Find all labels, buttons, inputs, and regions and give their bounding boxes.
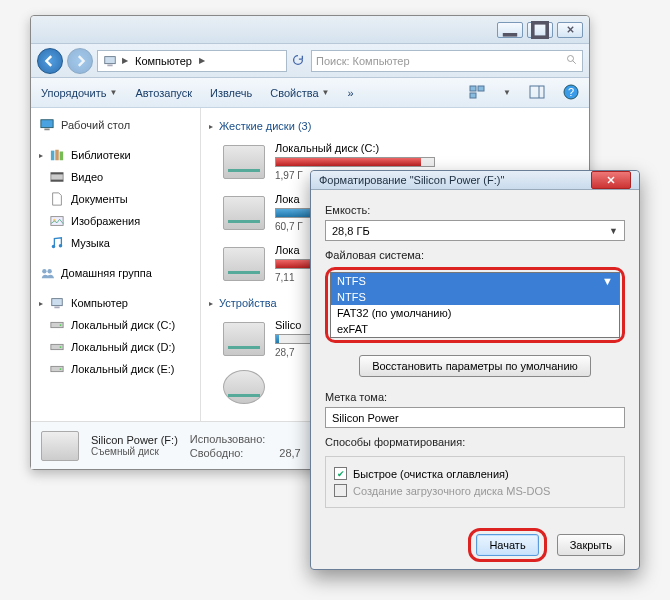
pictures-icon	[49, 213, 65, 229]
sidebar-item-libraries[interactable]: ▸ Библиотеки	[33, 144, 198, 166]
svg-point-6	[568, 55, 574, 61]
computer-icon	[102, 53, 118, 69]
svg-rect-17	[51, 151, 55, 161]
svg-rect-4	[105, 56, 116, 63]
volume-label-value: Silicon Power	[332, 412, 399, 424]
homegroup-icon	[39, 265, 55, 281]
address-bar[interactable]: ▶ Компьютер ▶	[97, 50, 287, 72]
back-button[interactable]	[37, 48, 63, 74]
maximize-button[interactable]	[527, 22, 553, 38]
music-icon	[49, 235, 65, 251]
restore-defaults-button[interactable]: Восстановить параметры по умолчанию	[359, 355, 591, 377]
svg-point-32	[60, 324, 62, 326]
search-icon	[566, 54, 578, 68]
format-dialog: Форматирование "Silicon Power (F:)" Емко…	[310, 170, 640, 570]
search-input[interactable]: Поиск: Компьютер	[311, 50, 583, 72]
sidebar-item-drive-e[interactable]: Локальный диск (E:)	[33, 358, 198, 380]
sidebar-item-videos[interactable]: Видео	[33, 166, 198, 188]
nav-bar: ▶ Компьютер ▶ Поиск: Компьютер	[31, 44, 589, 78]
capacity-value: 28,8 ГБ	[332, 225, 370, 237]
capacity-select[interactable]: 28,8 ГБ ▼	[325, 220, 625, 241]
usb-drive-icon	[223, 322, 265, 356]
sidebar-item-homegroup[interactable]: Домашняя группа	[33, 262, 198, 284]
svg-rect-30	[54, 307, 59, 309]
breadcrumb-item[interactable]: Компьютер	[132, 55, 195, 67]
drive-icon	[49, 361, 65, 377]
properties-button[interactable]: Свойства ▼	[270, 87, 329, 99]
filesystem-option[interactable]: NTFS	[331, 289, 619, 305]
annotation-highlight: NTFS ▼ NTFS FAT32 (по умолчанию) exFAT	[325, 267, 625, 343]
svg-rect-22	[51, 180, 63, 182]
start-button[interactable]: Начать	[476, 534, 538, 556]
volume-label-label: Метка тома:	[325, 391, 625, 403]
preview-pane-icon[interactable]	[529, 84, 545, 102]
more-button[interactable]: »	[347, 87, 353, 99]
search-placeholder: Поиск: Компьютер	[316, 55, 410, 67]
libraries-icon	[49, 147, 65, 163]
filesystem-label: Файловая система:	[325, 249, 625, 261]
chevron-down-icon: ▼	[609, 226, 618, 236]
drive-icon	[49, 339, 65, 355]
dialog-footer: Начать Закрыть	[311, 518, 639, 572]
refresh-icon[interactable]	[291, 53, 307, 69]
sidebar-item-documents[interactable]: Документы	[33, 188, 198, 210]
help-icon[interactable]: ?	[563, 84, 579, 102]
sidebar-item-pictures[interactable]: Изображения	[33, 210, 198, 232]
sidebar-item-desktop[interactable]: Рабочий стол	[33, 114, 198, 136]
drive-icon	[223, 247, 265, 281]
close-button[interactable]: Закрыть	[557, 534, 625, 556]
forward-button[interactable]	[67, 48, 93, 74]
section-header-hdd[interactable]: ▸Жесткие диски (3)	[209, 120, 581, 132]
document-icon	[49, 191, 65, 207]
dialog-title: Форматирование "Silicon Power (F:)"	[319, 174, 504, 186]
svg-rect-5	[107, 64, 112, 66]
svg-rect-29	[52, 299, 63, 306]
optical-drive-icon	[223, 370, 265, 404]
free-value: 28,7	[279, 447, 300, 459]
command-bar: Упорядочить ▼ Автозапуск Извлечь Свойств…	[31, 78, 589, 108]
svg-point-25	[52, 245, 56, 249]
svg-point-28	[47, 269, 51, 273]
organize-button[interactable]: Упорядочить ▼	[41, 87, 117, 99]
close-button[interactable]	[557, 22, 583, 38]
svg-rect-8	[470, 86, 476, 91]
msdos-boot-checkbox: Создание загрузочного диска MS-DOS	[334, 482, 616, 499]
used-label: Использовано:	[190, 433, 266, 445]
svg-rect-18	[55, 150, 59, 161]
svg-rect-1	[533, 22, 547, 36]
chevron-right-icon: ▶	[122, 56, 128, 65]
sidebar-item-computer[interactable]: ▸ Компьютер	[33, 292, 198, 314]
filesystem-option[interactable]: FAT32 (по умолчанию)	[331, 305, 619, 321]
svg-rect-9	[478, 86, 484, 91]
chevron-right-icon: ▶	[199, 56, 205, 65]
svg-rect-15	[41, 120, 53, 128]
nav-pane: Рабочий стол ▸ Библиотеки Видео Документ…	[31, 108, 201, 421]
filesystem-dropdown: NTFS FAT32 (по умолчанию) exFAT	[330, 289, 620, 338]
svg-line-7	[573, 60, 576, 63]
svg-text:?: ?	[568, 86, 574, 98]
view-icon[interactable]	[469, 84, 485, 102]
quick-format-checkbox[interactable]: ✔ Быстрое (очистка оглавления)	[334, 465, 616, 482]
svg-point-26	[59, 244, 63, 248]
filesystem-option[interactable]: exFAT	[331, 321, 619, 337]
capacity-label: Емкость:	[325, 204, 625, 216]
sidebar-item-drive-d[interactable]: Локальный диск (D:)	[33, 336, 198, 358]
filesystem-select[interactable]: NTFS ▼	[330, 272, 620, 289]
dialog-titlebar: Форматирование "Silicon Power (F:)"	[311, 171, 639, 190]
checkbox-icon	[334, 484, 347, 497]
dialog-close-button[interactable]	[591, 171, 631, 189]
sidebar-item-drive-c[interactable]: Локальный диск (C:)	[33, 314, 198, 336]
drive-icon	[49, 317, 65, 333]
status-title: Silicon Power (F:)	[91, 434, 178, 446]
svg-rect-21	[51, 173, 63, 175]
expand-icon: ▸	[39, 151, 43, 160]
computer-icon	[49, 295, 65, 311]
autoplay-button[interactable]: Автозапуск	[135, 87, 192, 99]
volume-label-input[interactable]: Silicon Power	[325, 407, 625, 428]
eject-button[interactable]: Извлечь	[210, 87, 252, 99]
drive-icon	[223, 196, 265, 230]
sidebar-item-music[interactable]: Музыка	[33, 232, 198, 254]
chevron-down-icon[interactable]: ▼	[503, 88, 511, 97]
filesystem-selected: NTFS	[337, 275, 366, 287]
minimize-button[interactable]	[497, 22, 523, 38]
